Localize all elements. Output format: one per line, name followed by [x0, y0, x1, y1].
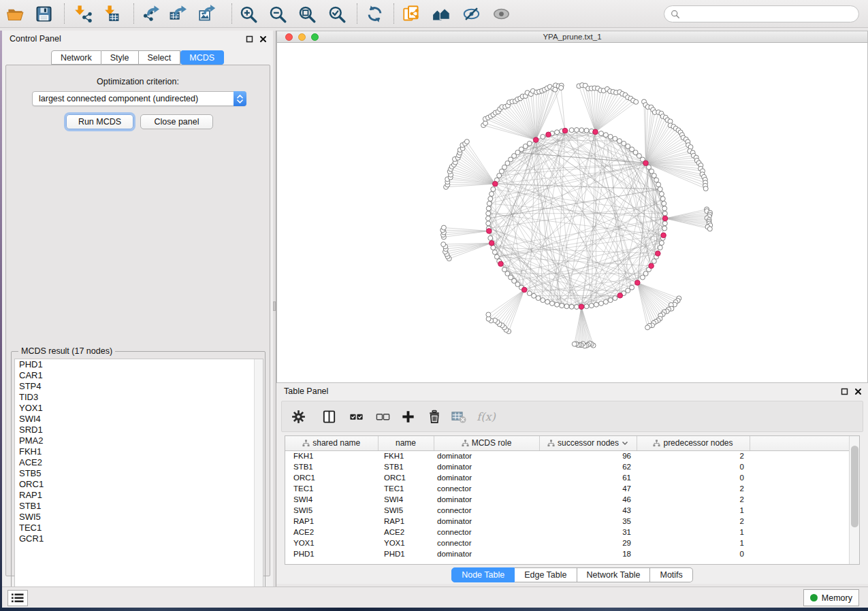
- zoom-selected-icon[interactable]: [325, 3, 347, 24]
- show-columns-icon[interactable]: [319, 407, 338, 426]
- mcds-result-node[interactable]: ORC1: [15, 479, 263, 490]
- list-icon: [12, 593, 24, 603]
- mcds-result-node[interactable]: ACE2: [15, 457, 263, 468]
- mcds-result-title: MCDS result (17 nodes): [18, 346, 115, 356]
- delete-table-icon: [449, 407, 468, 426]
- save-session-icon[interactable]: [33, 3, 54, 24]
- refresh-layout-icon[interactable]: [364, 3, 385, 24]
- search-icon: [671, 10, 680, 19]
- control-panel-title: Control Panel: [10, 34, 61, 44]
- criterion-dropdown[interactable]: largest connected component (undirected): [32, 91, 246, 106]
- network-window-title: YPA_prune.txt_1: [277, 33, 867, 41]
- tab-mcds[interactable]: MCDS: [180, 50, 224, 65]
- mcds-result-node[interactable]: PMA2: [15, 435, 263, 446]
- table-row[interactable]: SWI5SWI5connector431: [285, 505, 849, 516]
- mcds-hub-node: [635, 280, 641, 286]
- column-header-shared-name[interactable]: shared name: [285, 436, 378, 450]
- network-graph[interactable]: [277, 43, 867, 382]
- mcds-result-node[interactable]: RAP1: [15, 490, 263, 501]
- splitter-grip[interactable]: [273, 301, 276, 311]
- export-network-icon[interactable]: [140, 3, 162, 24]
- close-table-panel-icon[interactable]: [853, 386, 863, 396]
- column-header-successor-nodes[interactable]: successor nodes: [539, 436, 637, 450]
- node-table: shared namenameMCDS rolesuccessor nodesp…: [285, 435, 860, 565]
- mcds-hub-node: [498, 261, 504, 267]
- float-table-panel-icon[interactable]: [839, 386, 849, 396]
- tab-node-table[interactable]: Node Table: [451, 567, 515, 582]
- add-column-icon[interactable]: [398, 407, 417, 426]
- mcds-list-scrollbar[interactable]: [254, 359, 263, 601]
- network-canvas[interactable]: [277, 43, 867, 382]
- mcds-panel: Optimization criterion: largest connecte…: [5, 65, 270, 576]
- table-row[interactable]: ACE2ACE2connector311: [285, 527, 849, 538]
- mcds-result-node[interactable]: GCR1: [15, 533, 263, 544]
- network-window-titlebar: YPA_prune.txt_1: [277, 31, 867, 43]
- zoom-in-icon[interactable]: [237, 3, 259, 24]
- export-table-icon[interactable]: [167, 3, 189, 24]
- table-row[interactable]: STB1STB1dominator620: [285, 461, 849, 472]
- table-row[interactable]: SWI4SWI4dominator462: [285, 494, 849, 505]
- table-row[interactable]: FKH1FKH1dominator962: [285, 450, 849, 461]
- select-all-rows-icon[interactable]: [347, 407, 366, 426]
- export-image-icon[interactable]: [196, 3, 218, 24]
- mcds-result-node[interactable]: YOX1: [15, 403, 263, 414]
- mcds-result-list[interactable]: PHD1CAR1STP4TID3YOX1SWI4SRD1PMA2FKH1ACE2…: [14, 359, 263, 601]
- mcds-hub-node: [521, 287, 527, 293]
- mcds-result-node[interactable]: STP4: [15, 381, 263, 392]
- shared-column-icon: [547, 440, 555, 447]
- tab-edge-table[interactable]: Edge Table: [515, 567, 577, 582]
- mcds-result-node[interactable]: SWI4: [15, 414, 263, 425]
- search-input[interactable]: [680, 7, 858, 21]
- mcds-hub-node: [533, 137, 539, 143]
- mcds-hub-node: [617, 293, 623, 299]
- mcds-result-node[interactable]: PHD1: [15, 359, 263, 370]
- run-mcds-button[interactable]: Run MCDS: [66, 114, 133, 129]
- zoom-out-icon[interactable]: [266, 3, 288, 24]
- table-panel-tabs: Node TableEdge TableNetwork TableMotifs: [276, 567, 868, 582]
- tab-network-table[interactable]: Network Table: [577, 567, 651, 582]
- mcds-result-node[interactable]: SRD1: [15, 425, 263, 435]
- close-panel-icon[interactable]: [258, 34, 268, 44]
- table-panel-title: Table Panel: [284, 386, 328, 396]
- tab-select[interactable]: Select: [139, 50, 181, 65]
- close-panel-button[interactable]: Close panel: [140, 114, 213, 129]
- column-header-MCDS-role[interactable]: MCDS role: [434, 436, 539, 450]
- table-settings-gear-icon[interactable]: [289, 407, 308, 426]
- mcds-result-node[interactable]: STB1: [15, 501, 263, 512]
- mcds-result-node[interactable]: FKH1: [15, 446, 263, 457]
- network-from-file-icon[interactable]: [400, 3, 422, 24]
- column-header-predecessor-nodes[interactable]: predecessor nodes: [637, 436, 750, 450]
- control-panel-header: Control Panel: [2, 31, 273, 47]
- toolbar-separator: [357, 3, 357, 24]
- mcds-result-node[interactable]: CAR1: [15, 370, 263, 381]
- mcds-result-node[interactable]: TID3: [15, 392, 263, 403]
- function-builder-icon: f(x): [475, 407, 498, 426]
- table-row[interactable]: ORC1ORC1dominator610: [285, 472, 849, 483]
- float-window-icon[interactable]: [244, 34, 254, 44]
- first-neighbors-icon[interactable]: [430, 3, 452, 24]
- memory-button[interactable]: Memory: [803, 589, 859, 606]
- table-row[interactable]: YOX1YOX1connector291: [285, 538, 849, 548]
- tab-network[interactable]: Network: [51, 50, 101, 65]
- control-panel: Control Panel NetworkStyleSelectMCDS Opt…: [2, 31, 273, 587]
- table-row[interactable]: TEC1TEC1connector472: [285, 483, 849, 494]
- import-table-icon[interactable]: [102, 3, 124, 24]
- mcds-result-node[interactable]: SWI5: [15, 512, 263, 523]
- status-bar: Memory: [2, 587, 868, 608]
- table-row[interactable]: PHD1PHD1dominator180: [285, 548, 849, 559]
- task-list-button[interactable]: [7, 590, 28, 606]
- table-row[interactable]: RAP1RAP1dominator352: [285, 516, 849, 527]
- delete-column-icon[interactable]: [425, 407, 444, 426]
- tab-style[interactable]: Style: [101, 50, 139, 65]
- tab-motifs[interactable]: Motifs: [650, 567, 692, 582]
- table-scrollbar[interactable]: [849, 436, 859, 564]
- import-network-icon[interactable]: [72, 3, 94, 24]
- table-scrollbar-thumb[interactable]: [851, 446, 858, 527]
- hide-selected-icon[interactable]: [460, 3, 482, 24]
- column-header-name[interactable]: name: [378, 436, 434, 450]
- deselect-all-rows-icon[interactable]: [373, 407, 392, 426]
- mcds-result-node[interactable]: TEC1: [15, 523, 263, 533]
- open-file-icon[interactable]: [4, 3, 26, 24]
- mcds-result-node[interactable]: STB5: [15, 468, 263, 479]
- zoom-fit-icon[interactable]: [295, 3, 317, 24]
